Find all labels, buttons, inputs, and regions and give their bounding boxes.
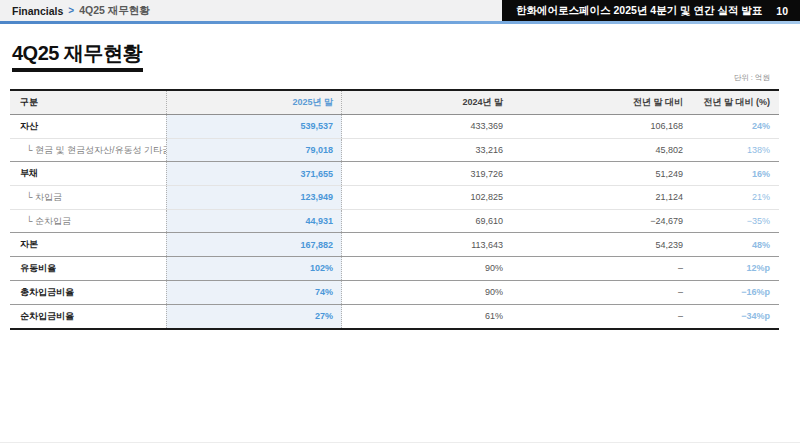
page-title: 4Q25 재무현황 [12,40,142,67]
value-2025: 74% [166,281,342,304]
value-2025: 167,882 [166,233,342,256]
value-delta: 51,249 [510,162,690,185]
title-underline [12,68,143,72]
row-label: └ 순차입금 [10,210,166,233]
table-row-equity: 자본 167,882 113,643 54,239 48% [10,233,779,257]
unit-note: 단위 : 억원 [734,73,770,83]
value-2025: 79,018 [166,139,342,162]
breadcrumb-page: 4Q25 재무현황 [79,4,150,18]
value-delta-pct: −35% [690,210,779,233]
value-delta: – [510,257,690,280]
row-label: 순차입금비율 [10,305,166,329]
value-2024: 90% [342,281,510,304]
value-delta: 45,802 [510,139,690,162]
value-delta-pct: −16%p [690,281,779,304]
banner-title: 한화에어로스페이스 2025년 4분기 및 연간 실적 발표 [516,4,762,18]
top-bar: Financials > 4Q25 재무현황 한화에어로스페이스 2025년 4… [0,0,800,21]
value-delta-pct: 21% [690,186,779,209]
financial-table: 구분 2025년 말 2024년 말 전년 말 대비 전년 말 대비 (%) 자… [10,89,779,330]
column-header-delta-pct: 전년 말 대비 (%) [690,91,779,114]
column-header-2025: 2025년 말 [166,91,342,114]
table-row-assets: 자산 539,537 433,369 106,168 24% [10,115,779,139]
row-label: 부채 [10,162,166,185]
value-delta-pct: 16% [690,162,779,185]
value-2025: 27% [166,305,342,329]
value-delta: 106,168 [510,115,690,138]
table-row-total-debt-ratio: 총차입금비율 74% 90% – −16%p [10,281,779,305]
table-row-net-borrowings: └ 순차입금 44,931 69,610 −24,679 −35% [10,210,779,234]
column-header-2024: 2024년 말 [342,91,510,114]
table-row-net-debt-ratio: 순차입금비율 27% 61% – −34%p [10,305,779,329]
value-2024: 33,216 [342,139,510,162]
value-2024: 69,610 [342,210,510,233]
row-label: 자본 [10,233,166,256]
value-delta-pct: −34%p [690,305,779,329]
slide: Financials > 4Q25 재무현황 한화에어로스페이스 2025년 4… [0,0,800,443]
presentation-banner: 한화에어로스페이스 2025년 4분기 및 연간 실적 발표 10 [502,0,800,21]
breadcrumb-section: Financials [12,5,63,17]
value-2024: 319,726 [342,162,510,185]
value-2024: 61% [342,305,510,329]
value-2025: 539,537 [166,115,342,138]
chevron-right-icon: > [68,5,74,16]
table-header-row: 구분 2025년 말 2024년 말 전년 말 대비 전년 말 대비 (%) [10,91,779,115]
table-row-liabilities: 부채 371,655 319,726 51,249 16% [10,162,779,186]
value-delta-pct: 138% [690,139,779,162]
table-row-current-ratio: 유동비율 102% 90% – 12%p [10,257,779,281]
column-header-category: 구분 [10,91,166,114]
value-2025: 371,655 [166,162,342,185]
row-label: 자산 [10,115,166,138]
row-label: └ 현금 및 현금성자산/유동성 기타금융자산 [10,139,166,162]
page-number: 10 [776,5,788,17]
value-2024: 102,825 [342,186,510,209]
value-delta: – [510,305,690,329]
column-header-delta: 전년 말 대비 [510,91,690,114]
value-2025: 102% [166,257,342,280]
value-2024: 113,643 [342,233,510,256]
value-delta: −24,679 [510,210,690,233]
value-delta: – [510,281,690,304]
table-row-borrowings: └ 차입금 123,949 102,825 21,124 21% [10,186,779,210]
table-row-cash: └ 현금 및 현금성자산/유동성 기타금융자산 79,018 33,216 45… [10,139,779,163]
value-2025: 123,949 [166,186,342,209]
row-label: 총차입금비율 [10,281,166,304]
value-delta-pct: 48% [690,233,779,256]
value-2024: 433,369 [342,115,510,138]
value-2024: 90% [342,257,510,280]
value-delta: 54,239 [510,233,690,256]
breadcrumb: Financials > 4Q25 재무현황 [0,4,150,18]
accent-divider [0,21,800,24]
value-delta-pct: 12%p [690,257,779,280]
value-2025: 44,931 [166,210,342,233]
row-label: 유동비율 [10,257,166,280]
value-delta-pct: 24% [690,115,779,138]
value-delta: 21,124 [510,186,690,209]
row-label: └ 차입금 [10,186,166,209]
